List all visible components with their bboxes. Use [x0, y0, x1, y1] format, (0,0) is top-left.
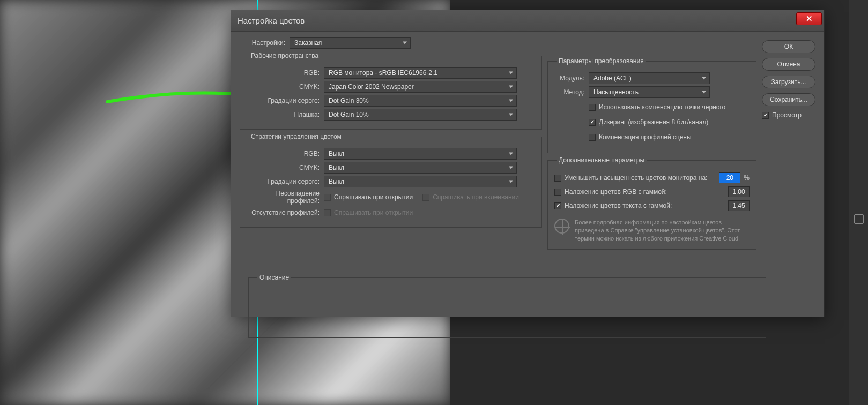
- chevron-down-icon: [702, 91, 706, 94]
- load-button[interactable]: Загрузить...: [762, 76, 815, 88]
- ask-open2-label: Спрашивать при открытии: [334, 209, 413, 216]
- pol-gray-select[interactable]: Выкл: [324, 176, 517, 188]
- scene-label: Компенсация профилей сцены: [599, 133, 692, 141]
- pol-rgb-select[interactable]: Выкл: [324, 148, 517, 160]
- close-icon: ✕: [806, 14, 813, 24]
- pol-cmyk-value: Выкл: [329, 164, 344, 171]
- dither-label: Дизеринг (изображения 8 бит/канал): [599, 118, 708, 126]
- engine-label: Модуль:: [554, 74, 584, 82]
- dialog-title: Настройка цветов: [238, 16, 305, 25]
- globe-icon: [554, 219, 569, 234]
- pol-rgb-label: RGB:: [247, 150, 320, 158]
- description-legend: Описание: [257, 274, 291, 281]
- intent-select[interactable]: Насыщенность: [589, 86, 710, 98]
- ws-rgb-select[interactable]: RGB монитора - sRGB IEC61966-2.1: [324, 67, 517, 79]
- ws-cmyk-select[interactable]: Japan Color 2002 Newspaper: [324, 81, 517, 93]
- preview-checkbox[interactable]: [762, 112, 769, 119]
- dialog-buttons: ОК Отмена Загрузить... Сохранить... Прос…: [762, 40, 815, 119]
- ws-gray-value: Dot Gain 30%: [329, 97, 369, 104]
- missing-label: Отсутствие профилей:: [247, 209, 320, 216]
- blend-text-input[interactable]: [728, 200, 750, 211]
- chevron-down-icon: [509, 114, 513, 116]
- ws-cmyk-label: CMYK:: [247, 83, 320, 91]
- policies-group: Стратегии управления цветом RGB: Выкл CM…: [240, 133, 542, 228]
- preview-label: Просмотр: [772, 111, 802, 119]
- working-spaces-group: Рабочие пространства RGB: RGB монитора -…: [240, 52, 542, 130]
- ws-rgb-value: RGB монитора - sRGB IEC61966-2.1: [329, 69, 437, 77]
- ask-open-checkbox: [324, 194, 331, 201]
- intent-label: Метод:: [554, 88, 584, 96]
- ask-paste-checkbox: [422, 194, 429, 201]
- desaturate-checkbox[interactable]: [554, 175, 561, 182]
- info-text: Более подробная информация по настройкам…: [575, 219, 750, 243]
- policies-legend: Стратегии управления цветом: [249, 133, 344, 140]
- chevron-down-icon: [509, 181, 513, 183]
- bpc-checkbox[interactable]: [589, 104, 596, 111]
- right-panel-rail: [849, 0, 868, 405]
- chevron-down-icon: [702, 77, 706, 80]
- chevron-down-icon: [509, 72, 513, 74]
- ask-open2-checkbox: [324, 209, 331, 216]
- blend-text-checkbox[interactable]: [554, 202, 561, 209]
- pol-gray-label: Градации серого:: [247, 178, 320, 185]
- settings-label: Настройки:: [240, 39, 285, 47]
- cancel-button[interactable]: Отмена: [762, 58, 815, 71]
- ws-gray-select[interactable]: Dot Gain 30%: [324, 95, 517, 107]
- ws-spot-label: Плашка:: [247, 111, 320, 118]
- ws-spot-value: Dot Gain 10%: [329, 111, 369, 118]
- chevron-down-icon: [509, 167, 513, 169]
- percent-suffix: %: [744, 174, 750, 182]
- chevron-down-icon: [509, 153, 513, 155]
- blend-rgb-input[interactable]: [728, 186, 750, 197]
- lock-icon[interactable]: [854, 214, 864, 224]
- dialog-titlebar[interactable]: Настройка цветов ✕: [231, 10, 824, 32]
- working-spaces-legend: Рабочие пространства: [249, 52, 321, 59]
- bpc-label: Использовать компенсацию точки черного: [599, 103, 725, 111]
- ws-gray-label: Градации серого:: [247, 97, 320, 104]
- ok-button[interactable]: ОК: [762, 40, 815, 53]
- save-button[interactable]: Сохранить...: [762, 93, 815, 106]
- advanced-group: Дополнительные параметры Уменьшить насыщ…: [547, 156, 756, 250]
- pol-cmyk-select[interactable]: Выкл: [324, 162, 517, 174]
- close-button[interactable]: ✕: [796, 12, 822, 25]
- settings-value: Заказная: [294, 39, 322, 47]
- ws-rgb-label: RGB:: [247, 69, 320, 77]
- settings-select[interactable]: Заказная: [290, 37, 411, 49]
- description-group: Описание: [248, 274, 766, 338]
- engine-value: Adobe (ACE): [593, 74, 632, 82]
- blend-rgb-label: Наложение цветов RGB с гаммой:: [565, 188, 728, 196]
- blend-text-label: Наложение цветов текста с гаммой:: [565, 202, 728, 209]
- pol-rgb-value: Выкл: [329, 150, 344, 158]
- intent-value: Насыщенность: [593, 88, 639, 96]
- chevron-down-icon: [403, 42, 407, 44]
- conversion-legend: Параметры преобразования: [557, 57, 646, 65]
- desaturate-label: Уменьшить насыщенность цветов монитора н…: [565, 174, 719, 182]
- pol-cmyk-label: CMYK:: [247, 164, 320, 171]
- scene-checkbox[interactable]: [589, 134, 596, 141]
- ask-paste-label: Спрашивать при вклеивании: [433, 193, 519, 201]
- info-row: Более подробная информация по настройкам…: [554, 219, 750, 243]
- chevron-down-icon: [509, 100, 513, 102]
- ws-cmyk-value: Japan Color 2002 Newspaper: [329, 83, 414, 91]
- mismatch-label: Несовпадение профилей:: [247, 190, 320, 205]
- engine-select[interactable]: Adobe (ACE): [589, 72, 710, 84]
- chevron-down-icon: [509, 86, 513, 88]
- dither-checkbox[interactable]: [589, 119, 596, 126]
- desaturate-input[interactable]: [719, 172, 740, 183]
- blend-rgb-checkbox[interactable]: [554, 189, 561, 196]
- advanced-legend: Дополнительные параметры: [557, 156, 647, 164]
- pol-gray-value: Выкл: [329, 178, 344, 185]
- color-settings-dialog: Настройка цветов ✕ ОК Отмена Загрузить..…: [231, 10, 825, 317]
- ask-open-label: Спрашивать при открытии: [334, 193, 413, 201]
- conversion-group: Параметры преобразования Модуль: Adobe (…: [547, 57, 756, 153]
- ws-spot-select[interactable]: Dot Gain 10%: [324, 109, 517, 121]
